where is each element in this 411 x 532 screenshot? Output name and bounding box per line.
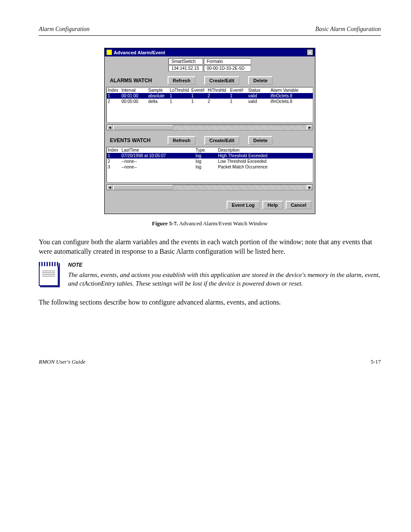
alarms-table: Index Interval Sample LoThrshld Event# H…	[106, 87, 313, 123]
note-block: NOTE The alarms, events, and actions you…	[39, 262, 381, 288]
figure-caption: Figure 5-7. Advanced Alarm/Event Watch W…	[39, 220, 381, 227]
cell: 1	[230, 99, 247, 104]
alarms-create-edit-button[interactable]: Create/Edit	[204, 76, 240, 85]
paragraph-1: You can configure both the alarm variabl…	[39, 237, 381, 256]
col: Index	[108, 88, 121, 93]
footer-label: RMON User's Guide	[39, 358, 85, 365]
scroll-right-icon[interactable]: ►	[307, 125, 313, 130]
cell: 2	[208, 93, 229, 98]
cell: --none--	[121, 159, 195, 164]
note-text: The alarms, events, and actions you esta…	[68, 271, 381, 288]
window: Advanced Alarm/Event × SmartSwitch 134.1…	[104, 48, 315, 214]
table-row[interactable]: 3--none--logPacket Match Occurrence	[107, 164, 313, 170]
table-row[interactable]: 2--none--logLow Threshold Exceeded	[107, 159, 313, 164]
scroll-right-icon[interactable]: ►	[307, 185, 313, 190]
header-left: Alarm Configuration	[39, 26, 90, 33]
cell: 1	[108, 93, 121, 98]
page-footer: RMON User's Guide 5-17	[39, 358, 381, 365]
alarms-watch-title: ALARMS WATCH	[107, 76, 159, 85]
alarms-hscroll[interactable]: ◄ ►	[106, 124, 313, 131]
cancel-button[interactable]: Cancel	[286, 201, 311, 209]
cell: absolute	[148, 93, 169, 98]
sys-label: Formato	[204, 58, 251, 65]
events-rows: 107/20/1998 at 10:05:07logHigh Threshold…	[107, 153, 313, 182]
col: Alarm Variable	[271, 88, 305, 93]
col: Description	[218, 148, 312, 152]
screenshot-figure: Advanced Alarm/Event × SmartSwitch 134.1…	[39, 48, 381, 214]
scroll-thumb[interactable]	[113, 125, 173, 130]
event-log-button[interactable]: Event Log	[227, 201, 260, 209]
col: HiThrshld	[208, 88, 229, 93]
table-row[interactable]: 200:05:00delta1121validifInOctets.8	[107, 99, 313, 104]
cell: log	[196, 165, 217, 169]
col: Event#	[230, 88, 247, 93]
events-create-edit-button[interactable]: Create/Edit	[204, 136, 240, 145]
cell: 00:05:00	[121, 99, 147, 104]
device-id-row: SmartSwitch 134.141.52.15 Formato 00-00-…	[105, 56, 315, 75]
cell: Packet Match Occurrence	[218, 165, 312, 169]
cell: ifInOctets.8	[271, 99, 305, 104]
scroll-track[interactable]	[173, 125, 307, 130]
cell: 3	[108, 165, 121, 169]
scroll-left-icon[interactable]: ◄	[107, 125, 113, 130]
cell: log	[196, 159, 217, 164]
cell: 2	[108, 99, 121, 104]
events-watch-toolbar: EVENTS WATCH Refresh Create/Edit Delete	[105, 135, 315, 147]
col: Sample	[148, 88, 169, 93]
app-icon	[106, 50, 112, 55]
col: Status	[248, 88, 270, 93]
cell: valid	[248, 93, 270, 98]
cell: 1	[191, 93, 207, 98]
cell: 1	[191, 99, 207, 104]
scroll-track[interactable]	[173, 185, 307, 190]
cell: 2	[108, 159, 121, 164]
alarms-rows: 100:01:00absolute1121validifInOctets.820…	[107, 93, 313, 122]
alarms-delete-button[interactable]: Delete	[248, 76, 273, 85]
cell: 2	[208, 99, 229, 104]
cell: 1	[108, 153, 121, 158]
events-delete-button[interactable]: Delete	[248, 136, 273, 145]
bottom-button-row: Event Log Help Cancel	[105, 195, 315, 214]
col: Type	[196, 148, 217, 152]
table-row[interactable]: 100:01:00absolute1121validifInOctets.8	[107, 93, 313, 99]
scroll-thumb[interactable]	[113, 185, 173, 190]
scroll-left-icon[interactable]: ◄	[107, 185, 113, 190]
events-table: Index LastTime Type Description 107/20/1…	[106, 147, 313, 183]
alarms-table-header: Index Interval Sample LoThrshld Event# H…	[107, 87, 313, 93]
alarms-refresh-button[interactable]: Refresh	[168, 76, 196, 85]
cell: --none--	[121, 165, 195, 169]
alarms-watch-toolbar: ALARMS WATCH Refresh Create/Edit Delete	[105, 75, 315, 87]
cell: 1	[230, 93, 247, 98]
page-number: 5-17	[371, 358, 381, 365]
cell: Low Threshold Exceeded	[218, 159, 312, 164]
cell: 00:01:00	[121, 93, 147, 98]
col: Event#	[191, 88, 207, 93]
close-button[interactable]: ×	[307, 49, 313, 56]
cell: 07/20/1998 at 10:05:07	[121, 153, 195, 158]
cell: High Threshold Exceeded	[218, 153, 312, 158]
cell: valid	[248, 99, 270, 104]
cell: log	[196, 153, 217, 158]
window-title: Advanced Alarm/Event	[114, 50, 305, 55]
events-table-header: Index LastTime Type Description	[107, 147, 313, 153]
cell: ifInOctets.8	[271, 93, 305, 98]
events-hscroll[interactable]: ◄ ►	[106, 184, 313, 190]
cell: 1	[170, 93, 190, 98]
events-refresh-button[interactable]: Refresh	[168, 136, 196, 145]
titlebar: Advanced Alarm/Event ×	[105, 48, 315, 56]
figure-label: Figure 5-7.	[152, 220, 178, 227]
paragraph-2: The following sections describe how to c…	[39, 298, 381, 307]
cell: 1	[170, 99, 190, 104]
col: LoThrshld	[170, 88, 190, 93]
col: Interval	[121, 88, 147, 93]
cell: delta	[148, 99, 169, 104]
col: Index	[108, 148, 121, 152]
help-button[interactable]: Help	[262, 201, 283, 209]
device-name: SmartSwitch	[168, 58, 203, 65]
note-label: NOTE	[68, 262, 381, 268]
table-row[interactable]: 107/20/1998 at 10:05:07logHigh Threshold…	[107, 153, 313, 159]
device-ip: 134.141.52.15	[168, 65, 203, 72]
figure-title: Advanced Alarm/Event Watch Window	[179, 220, 268, 227]
device-mac: 00-00-1D-33-2E-5D	[204, 65, 251, 72]
header-right: Basic Alarm Configuration	[315, 26, 381, 33]
